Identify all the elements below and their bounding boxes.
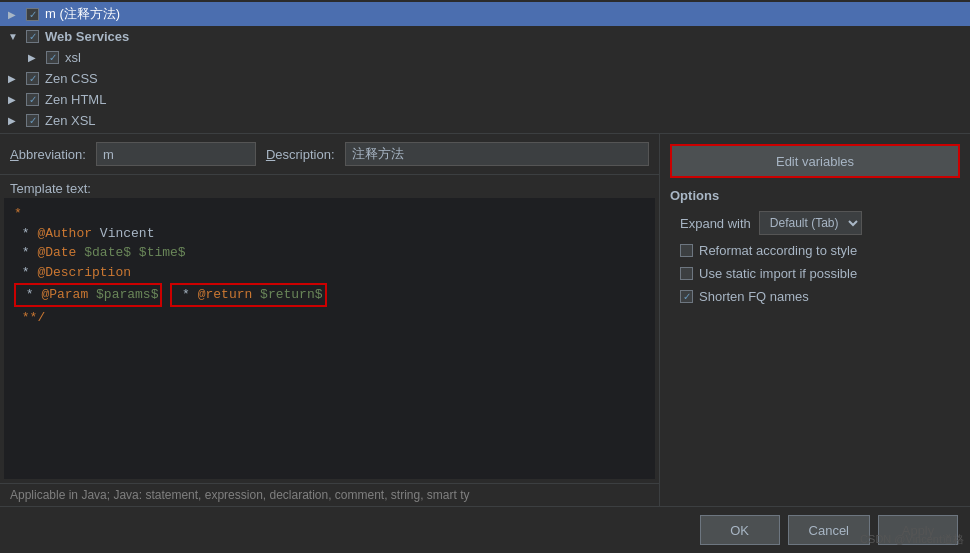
list-item-label-m: m (注释方法) xyxy=(45,5,120,23)
reformat-row[interactable]: Reformat according to style xyxy=(670,243,960,258)
reformat-label: Reformat according to style xyxy=(699,243,857,258)
edit-variables-button[interactable]: Edit variables xyxy=(670,144,960,178)
template-line-2: * @Author Vincent xyxy=(14,224,645,244)
template-line-4: * @Description xyxy=(14,263,645,283)
expand-arrow-xsl: ▶ xyxy=(28,52,40,63)
shorten-fq-label: Shorten FQ names xyxy=(699,289,809,304)
right-panel: Edit variables Options Expand with Defau… xyxy=(660,134,970,506)
abbreviation-label: Abbreviation: xyxy=(10,147,86,162)
abbr-underline: A xyxy=(10,147,19,162)
template-label: Template text: xyxy=(0,175,659,198)
template-line-1: * xyxy=(14,204,645,224)
list-item-label-zen-css: Zen CSS xyxy=(45,71,98,86)
template-editor[interactable]: * * @Author Vincent * @Date $date$ $time… xyxy=(4,198,655,479)
list-item-label-web-services: Web Services xyxy=(45,29,129,44)
static-import-checkbox[interactable] xyxy=(680,267,693,280)
description-label: Description: xyxy=(266,147,335,162)
cancel-button[interactable]: Cancel xyxy=(788,515,870,545)
ok-button[interactable]: OK xyxy=(700,515,780,545)
list-item-xsl[interactable]: ▶ xsl xyxy=(0,47,970,68)
checkbox-zen-html[interactable] xyxy=(26,93,39,106)
main-container: ▶ m (注释方法) ▼ Web Services ▶ xsl ▶ Zen CS… xyxy=(0,0,970,553)
list-item-label-xsl: xsl xyxy=(65,50,81,65)
list-item-zen-html[interactable]: ▶ Zen HTML xyxy=(0,89,970,110)
template-line-5: * @Param $params$ xyxy=(14,283,162,307)
static-import-row[interactable]: Use static import if possible xyxy=(670,266,960,281)
list-item-label-zen-html: Zen HTML xyxy=(45,92,106,107)
template-list: ▶ m (注释方法) ▼ Web Services ▶ xsl ▶ Zen CS… xyxy=(0,0,970,134)
template-line-3: * @Date $date$ $time$ xyxy=(14,243,645,263)
template-line-6: * @return $return$ xyxy=(170,283,326,307)
watermark: CSDN @Vincent道格 xyxy=(860,532,964,547)
reformat-checkbox[interactable] xyxy=(680,244,693,257)
expand-arrow-m: ▶ xyxy=(8,9,20,20)
content-area: Abbreviation: Description: Template text… xyxy=(0,134,970,506)
desc-underline: D xyxy=(266,147,275,162)
fields-row: Abbreviation: Description: xyxy=(0,134,659,175)
checkbox-zen-xsl[interactable] xyxy=(26,114,39,127)
options-title: Options xyxy=(670,188,960,203)
shorten-fq-row[interactable]: Shorten FQ names xyxy=(670,289,960,304)
static-import-label: Use static import if possible xyxy=(699,266,857,281)
expand-arrow-zen-xsl: ▶ xyxy=(8,115,20,126)
list-item-label-zen-xsl: Zen XSL xyxy=(45,113,96,128)
list-item-m[interactable]: ▶ m (注释方法) xyxy=(0,2,970,26)
expand-arrow-zen-html: ▶ xyxy=(8,94,20,105)
checkbox-web-services[interactable] xyxy=(26,30,39,43)
list-item-zen-css[interactable]: ▶ Zen CSS xyxy=(0,68,970,89)
shorten-fq-checkbox[interactable] xyxy=(680,290,693,303)
bottom-bar: CSDN @Vincent道格 OK Cancel Apply xyxy=(0,506,970,553)
abbreviation-input[interactable] xyxy=(96,142,256,166)
expand-select[interactable]: Default (Tab) Tab Enter Space xyxy=(759,211,862,235)
checkbox-xsl[interactable] xyxy=(46,51,59,64)
list-item-zen-xsl[interactable]: ▶ Zen XSL xyxy=(0,110,970,131)
expand-label: Expand with xyxy=(680,216,751,231)
left-panel: Abbreviation: Description: Template text… xyxy=(0,134,660,506)
expand-arrow-zen-css: ▶ xyxy=(8,73,20,84)
description-input[interactable] xyxy=(345,142,649,166)
applicable-text: Applicable in Java; Java: statement, exp… xyxy=(0,483,659,506)
list-item-web-services[interactable]: ▼ Web Services xyxy=(0,26,970,47)
expand-arrow-web-services: ▼ xyxy=(8,31,20,42)
checkbox-m[interactable] xyxy=(26,8,39,21)
checkbox-zen-css[interactable] xyxy=(26,72,39,85)
options-section: Options Expand with Default (Tab) Tab En… xyxy=(670,188,960,304)
template-line-7: **/ xyxy=(14,308,645,328)
expand-row: Expand with Default (Tab) Tab Enter Spac… xyxy=(670,211,960,235)
